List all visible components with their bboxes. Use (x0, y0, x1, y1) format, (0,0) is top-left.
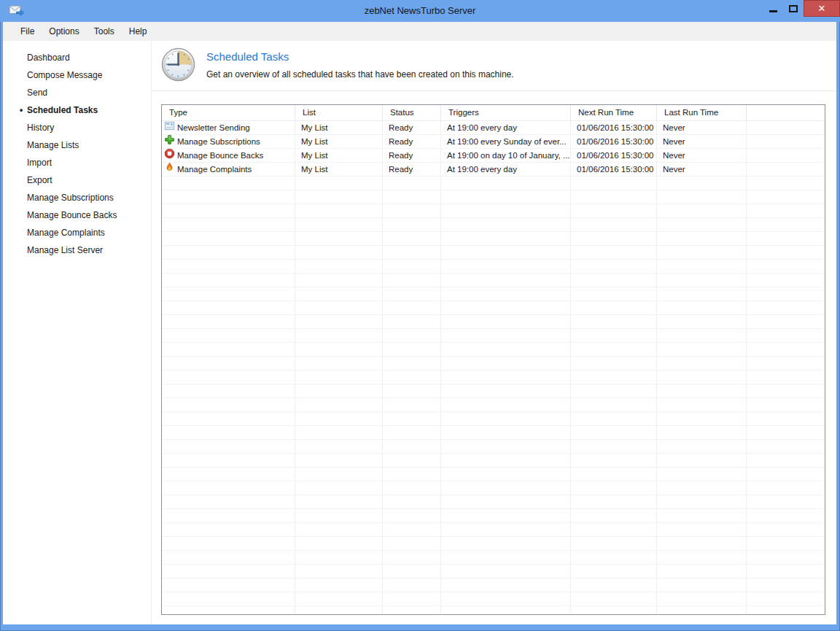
cell-list: My List (295, 149, 383, 163)
menu-options[interactable]: Options (42, 23, 86, 40)
sidebar-item-manage-subscriptions[interactable]: Manage Subscriptions (3, 189, 151, 206)
cell-list (295, 371, 383, 384)
cell-status (383, 509, 441, 523)
cell-status (383, 260, 441, 274)
cell-status (383, 371, 441, 384)
table-row[interactable]: Manage Complaints My List Ready At 19:00… (162, 163, 825, 177)
cell-status (383, 274, 441, 287)
cell-type (162, 481, 295, 495)
cell-last-run-time (657, 578, 747, 592)
table-row-empty (162, 592, 825, 606)
cell-triggers (441, 371, 571, 384)
cell-type (162, 274, 295, 287)
cell-list (295, 384, 383, 398)
cell-list (295, 565, 383, 578)
cell-triggers (441, 440, 571, 454)
cell-list (295, 398, 383, 412)
column-header-list[interactable]: List (295, 105, 383, 121)
cell-status (383, 551, 441, 565)
cell-status (383, 565, 441, 578)
table-row[interactable]: Manage Bounce Backs My List Ready At 19:… (162, 149, 825, 163)
sidebar-item-history[interactable]: History (3, 119, 151, 136)
cell-last-run-time: Never (657, 135, 747, 149)
cell-list (295, 578, 383, 592)
cell-triggers (441, 537, 571, 551)
table-row-empty (162, 551, 825, 565)
sidebar-item-manage-bounce-backs[interactable]: Manage Bounce Backs (3, 206, 151, 224)
cell-triggers (441, 578, 571, 592)
table-row-empty (162, 301, 825, 315)
sidebar-item-manage-lists[interactable]: Manage Lists (3, 136, 151, 154)
column-header-last-run-time[interactable]: Last Run Time (657, 105, 747, 121)
cell-triggers (441, 509, 571, 523)
sidebar-item-scheduled-tasks[interactable]: •Scheduled Tasks (3, 101, 151, 119)
cell-filler (747, 440, 825, 454)
cell-status (383, 578, 441, 592)
cell-list (295, 204, 383, 218)
cell-type (162, 301, 295, 315)
table-row-empty (162, 412, 825, 426)
column-header-status[interactable]: Status (383, 105, 441, 121)
cell-next-run-time: 01/06/2016 15:30:00 (571, 163, 657, 177)
cell-filler (747, 454, 825, 468)
table-row-empty (162, 371, 825, 384)
table-row[interactable]: Manage Subscriptions My List Ready At 19… (162, 135, 825, 149)
cell-triggers (441, 551, 571, 565)
cell-last-run-time: Never (657, 163, 747, 177)
cell-type (162, 343, 295, 357)
cell-filler (747, 287, 825, 301)
table-row-empty (162, 426, 825, 440)
cell-list (295, 329, 383, 343)
sidebar-item-manage-complaints[interactable]: Manage Complaints (3, 224, 151, 241)
sidebar-item-manage-list-server[interactable]: Manage List Server (3, 241, 151, 259)
cell-type (162, 384, 295, 398)
sidebar-item-dashboard[interactable]: Dashboard (3, 49, 151, 66)
cell-last-run-time (657, 204, 747, 218)
cell-status (383, 329, 441, 343)
column-header-type[interactable]: Type (162, 105, 295, 121)
cell-status (383, 426, 441, 440)
menu-file[interactable]: File (13, 23, 42, 40)
table-row-empty (162, 537, 825, 551)
sidebar-item-import[interactable]: Import (3, 154, 151, 171)
menu-help[interactable]: Help (122, 23, 155, 40)
cell-status (383, 232, 441, 246)
table-row[interactable]: Newsletter Sending My List Ready At 19:0… (162, 121, 825, 135)
menu-tools[interactable]: Tools (87, 23, 122, 40)
sidebar-item-export[interactable]: Export (3, 171, 151, 189)
cell-triggers (441, 481, 571, 495)
cell-next-run-time (571, 287, 657, 301)
cell-list (295, 246, 383, 260)
cell-type (162, 523, 295, 537)
cell-triggers (441, 204, 571, 218)
cell-status (383, 177, 441, 190)
column-header-next-run-time[interactable]: Next Run Time (571, 105, 657, 121)
cell-status (383, 454, 441, 468)
table-row-empty (162, 177, 825, 190)
minimize-icon (769, 10, 777, 12)
cell-next-run-time (571, 509, 657, 523)
cell-triggers (441, 468, 571, 481)
cell-list (295, 357, 383, 371)
cell-next-run-time (571, 204, 657, 218)
column-header-triggers[interactable]: Triggers (441, 105, 571, 121)
sidebar-item-compose-message[interactable]: Compose Message (3, 66, 151, 84)
cell-filler (747, 481, 825, 495)
cell-last-run-time (657, 384, 747, 398)
table-row-empty (162, 287, 825, 301)
minimize-button[interactable] (763, 0, 783, 17)
table-row-empty (162, 481, 825, 495)
cell-last-run-time (657, 260, 747, 274)
cell-next-run-time (571, 495, 657, 509)
sidebar-item-send[interactable]: Send (3, 84, 151, 101)
cell-next-run-time (571, 551, 657, 565)
table-row-empty (162, 565, 825, 578)
cell-status (383, 190, 441, 204)
row-icon-slot (164, 149, 177, 163)
cell-filler (747, 398, 825, 412)
cell-last-run-time (657, 606, 747, 615)
cell-filler (747, 329, 825, 343)
cell-filler (747, 551, 825, 565)
maximize-button[interactable] (783, 0, 804, 17)
close-button[interactable]: ✕ (804, 0, 840, 17)
